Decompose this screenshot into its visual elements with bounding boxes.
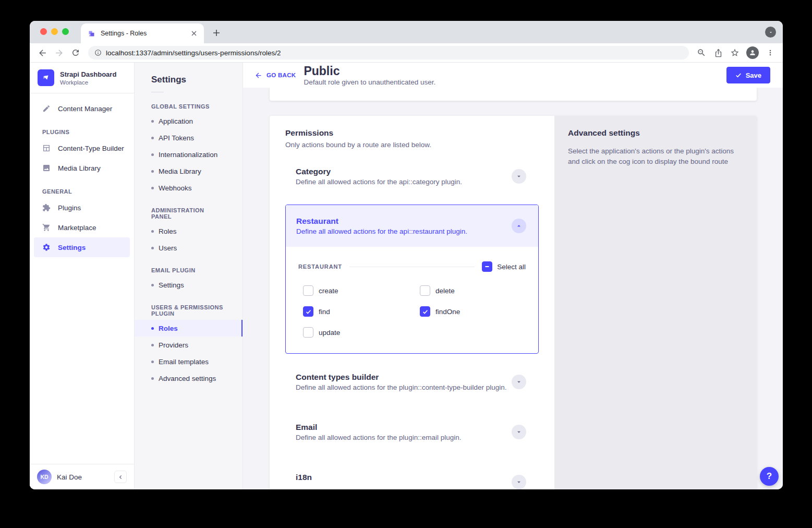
new-tab-button[interactable] (210, 27, 223, 39)
permission-update[interactable]: update (303, 327, 420, 338)
minimize-window-button[interactable] (51, 28, 58, 35)
browser-profile-avatar[interactable] (746, 46, 759, 59)
accordion-description: Define all allowed actions for the api::… (296, 178, 462, 186)
subnav-item-label: Providers (159, 341, 188, 349)
subnav-item-email-templates[interactable]: Email templates (135, 353, 243, 370)
checkbox-unchecked[interactable] (303, 327, 313, 338)
subnav-item-label: Users (159, 244, 177, 252)
chevron-down-icon[interactable] (512, 425, 526, 439)
chevron-down-icon[interactable] (512, 375, 526, 389)
subnav-item-api-tokens[interactable]: API Tokens (135, 129, 243, 146)
permission-findone[interactable]: findOne (420, 306, 526, 317)
group-divider (349, 267, 475, 267)
subnav-item-webhooks[interactable]: Webhooks (135, 179, 243, 196)
main-content: GO BACK Public Default role given to una… (243, 63, 783, 489)
subnav-item-label: Media Library (159, 167, 201, 175)
bullet-icon (151, 187, 154, 189)
subnav-item-media-library[interactable]: Media Library (135, 163, 243, 179)
checkbox-checked[interactable] (420, 306, 430, 317)
sidebar-section-general: GENERAL (30, 188, 134, 195)
accordion-content-types-builder[interactable]: Content types builder Define all allowed… (285, 366, 539, 398)
bookmark-star-icon[interactable] (728, 45, 742, 60)
subnav-item-label: Webhooks (159, 184, 192, 192)
chevron-up-icon[interactable] (512, 219, 526, 233)
subnav-item-providers[interactable]: Providers (135, 337, 243, 353)
go-back-link[interactable]: GO BACK (254, 71, 296, 79)
site-info-icon[interactable] (94, 49, 102, 56)
accordion-description: Define all allowed actions for the plugi… (296, 383, 507, 392)
subnav-item-application[interactable]: Application (135, 113, 243, 129)
sidebar-item-content-type-builder[interactable]: Content-Type Builder (30, 138, 134, 158)
accordion-category[interactable]: Category Define all allowed actions for … (285, 161, 539, 192)
chevron-down-icon[interactable] (512, 169, 526, 184)
subnav-section-email-plugin: EMAIL PLUGIN (135, 267, 243, 273)
sidebar-item-label: Content-Type Builder (58, 145, 124, 152)
reload-icon[interactable] (68, 45, 83, 60)
subnav-item-label: Email templates (159, 358, 209, 366)
sidebar-collapse-button[interactable] (114, 471, 127, 483)
sidebar-item-marketplace[interactable]: Marketplace (30, 218, 134, 237)
zoom-icon[interactable] (694, 45, 709, 60)
permission-create[interactable]: create (303, 285, 420, 296)
back-icon[interactable] (35, 45, 50, 60)
permission-find[interactable]: find (303, 306, 420, 317)
subnav-item-label: Settings (159, 281, 184, 289)
checkbox-unchecked[interactable] (420, 285, 430, 296)
sidebar-item-label: Plugins (58, 204, 81, 212)
subnav-divider (151, 92, 164, 92)
subnav-item-email-settings[interactable]: Settings (135, 277, 243, 293)
permission-label: update (319, 329, 340, 337)
sidebar-item-media-library[interactable]: Media Library (30, 158, 134, 178)
address-bar[interactable]: localhost:1337/admin/settings/users-perm… (88, 46, 689, 59)
permission-label: create (319, 287, 338, 295)
sidebar-item-settings[interactable]: Settings (34, 237, 130, 257)
save-label: Save (746, 71, 761, 79)
subnav-item-label: Application (159, 117, 193, 125)
checkbox-checked[interactable] (303, 306, 313, 317)
permissions-panel: Permissions Only actions bound by a rout… (270, 116, 554, 489)
help-button[interactable]: ? (760, 467, 779, 486)
accordion-title: Email (296, 422, 461, 432)
permission-delete[interactable]: delete (420, 285, 526, 296)
accordion-i18n[interactable]: i18n (285, 466, 539, 489)
browser-menu-icon[interactable] (763, 45, 778, 60)
permission-label: findOne (435, 308, 460, 316)
sidebar-item-label: Settings (58, 244, 86, 251)
bullet-icon (151, 247, 154, 249)
share-icon[interactable] (711, 45, 725, 60)
subnav-item-internationalization[interactable]: Internationalization (135, 146, 243, 163)
tab-search-button[interactable] (765, 27, 776, 38)
bullet-icon (151, 377, 154, 380)
sidebar-item-content-manager[interactable]: Content Manager (30, 99, 134, 118)
subnav-item-advanced-settings[interactable]: Advanced settings (135, 370, 243, 387)
maximize-window-button[interactable] (62, 28, 69, 35)
select-all-checkbox[interactable] (482, 261, 492, 272)
save-button[interactable]: Save (726, 67, 770, 83)
window-controls[interactable] (40, 28, 69, 35)
accordion-restaurant-header[interactable]: Restaurant Define all allowed actions fo… (286, 205, 538, 247)
tab-close-icon[interactable] (189, 29, 199, 38)
image-icon (42, 164, 51, 173)
chevron-down-icon[interactable] (512, 475, 526, 489)
browser-toolbar: localhost:1337/admin/settings/users-perm… (30, 43, 783, 63)
subnav-item-up-roles[interactable]: Roles (135, 320, 243, 337)
checkbox-unchecked[interactable] (303, 285, 313, 296)
subnav-item-admin-users[interactable]: Users (135, 239, 243, 256)
workspace-switcher[interactable]: Strapi Dashboard Workplace (30, 63, 134, 93)
check-icon (735, 72, 742, 78)
strapi-admin: Strapi Dashboard Workplace Content Manag… (30, 63, 783, 489)
subnav-item-admin-roles[interactable]: Roles (135, 223, 243, 239)
page-scroll-area[interactable]: Permissions Only actions bound by a rout… (243, 88, 783, 489)
sidebar-item-label: Media Library (58, 164, 101, 172)
arrow-left-icon (254, 71, 262, 79)
page-subtitle: Default role given to unauthenticated us… (304, 78, 435, 86)
accordion-title: Category (296, 166, 462, 176)
browser-tab[interactable]: Settings - Roles (81, 23, 204, 43)
accordion-email[interactable]: Email Define all allowed actions for the… (285, 416, 539, 448)
close-window-button[interactable] (40, 28, 47, 35)
forward-icon[interactable] (52, 45, 66, 60)
advanced-settings-description: Select the application's actions or the … (568, 146, 743, 167)
sidebar-item-plugins[interactable]: Plugins (30, 198, 134, 218)
advanced-settings-title: Advanced settings (568, 128, 743, 138)
permissions-subtitle: Only actions bound by a route are listed… (285, 141, 539, 149)
